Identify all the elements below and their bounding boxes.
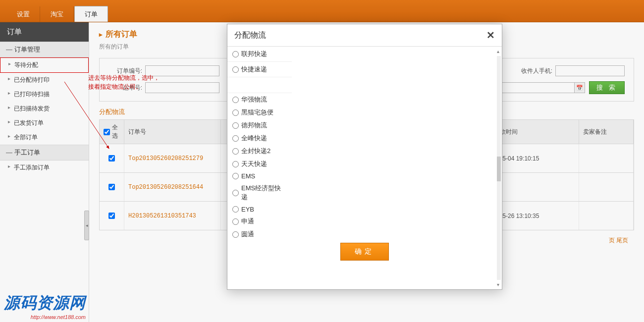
courier-option-list: 联邦快递 快捷速递 华强物流 黑猫宅急便 德邦物流 全峰快递 全封快递2 天天快…: [227, 47, 292, 241]
courier-radio[interactable]: [232, 148, 239, 155]
watermark-title: 源码资源网: [4, 292, 86, 314]
courier-option-blank: [227, 77, 292, 93]
courier-radio[interactable]: [232, 218, 239, 225]
courier-option[interactable]: EYB: [227, 204, 292, 215]
close-icon[interactable]: ✕: [486, 29, 495, 41]
watermark-url: http://www.net188.com: [4, 314, 86, 320]
courier-radio[interactable]: [232, 231, 239, 238]
courier-option[interactable]: 圆通: [227, 228, 292, 241]
courier-radio[interactable]: [232, 109, 239, 116]
courier-radio[interactable]: [232, 173, 239, 179]
courier-option[interactable]: 天天快递: [227, 158, 292, 170]
courier-radio[interactable]: [232, 51, 239, 57]
courier-option[interactable]: 全峰快递: [227, 132, 292, 145]
watermark: 源码资源网 http://www.net188.com: [4, 292, 86, 320]
courier-radio[interactable]: [232, 66, 239, 73]
courier-radio[interactable]: [232, 135, 239, 142]
courier-option[interactable]: 黑猫宅急便: [227, 106, 292, 119]
courier-option[interactable]: 全封快递2: [227, 145, 292, 158]
courier-radio[interactable]: [232, 97, 239, 103]
courier-option[interactable]: 联邦快递: [227, 47, 292, 62]
courier-radio[interactable]: [232, 206, 239, 213]
courier-option[interactable]: EMS经济型快递: [227, 182, 292, 204]
modal-title: 分配物流: [234, 30, 266, 41]
courier-radio[interactable]: [232, 190, 239, 196]
confirm-button[interactable]: 确定: [340, 243, 389, 261]
courier-option[interactable]: 申通: [227, 215, 292, 228]
courier-radio[interactable]: [232, 161, 239, 167]
courier-radio[interactable]: [232, 122, 239, 129]
courier-option[interactable]: 华强物流: [227, 93, 292, 106]
courier-option[interactable]: 德邦物流: [227, 119, 292, 132]
modal-scrollbar[interactable]: ▴▾: [497, 49, 501, 287]
courier-option[interactable]: EMS: [227, 170, 292, 182]
assign-logistics-modal: 分配物流 ✕ 联邦快递 快捷速递 华强物流 黑猫宅急便 德邦物流 全峰快递 全封…: [227, 24, 502, 290]
courier-option[interactable]: 快捷速递: [227, 62, 292, 77]
